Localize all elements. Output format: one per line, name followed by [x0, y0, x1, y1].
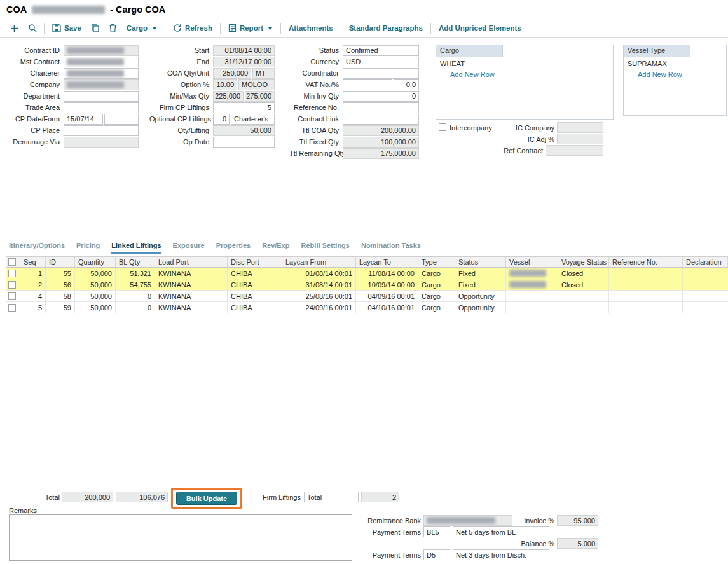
intercompany-checkbox[interactable] — [439, 123, 446, 131]
tab-pricing[interactable]: Pricing — [76, 242, 100, 254]
vessel-type-add-new-row-link[interactable]: Add New Row — [624, 68, 726, 78]
row-checkbox[interactable] — [8, 281, 16, 289]
lifting-bl-qty: 0 — [116, 291, 155, 301]
row-checkbox[interactable] — [8, 270, 16, 277]
col-laycan-to[interactable]: Laycan To — [356, 257, 418, 267]
vat-no-field[interactable] — [343, 79, 392, 90]
col-load-port[interactable]: Load Port — [155, 257, 228, 267]
tab-linked-liftings[interactable]: Linked Liftings — [111, 242, 161, 254]
remarks-label: Remarks — [9, 507, 37, 514]
mst-contract-field[interactable] — [64, 57, 139, 67]
reference-no-field[interactable] — [343, 102, 419, 113]
col-reference-no[interactable]: Reference No. — [609, 257, 683, 267]
lifting-reference-no — [609, 291, 683, 301]
ttl-fixed-qty-label: Ttl Fixed Qty — [289, 138, 343, 146]
cargo-add-new-row-link[interactable]: Add New Row — [436, 68, 613, 78]
search-button[interactable] — [24, 24, 41, 32]
option-basis-field: MOLOO — [238, 79, 275, 90]
lifting-row-4[interactable]: 5 59 50,000 0 KWINANA CHIBA 24/09/16 00:… — [6, 302, 728, 313]
col-voyage-status[interactable]: Voyage Status — [558, 257, 609, 267]
save-button[interactable]: Save — [47, 24, 86, 32]
ic-company-field — [557, 122, 603, 133]
col-vessel[interactable]: Vessel — [506, 257, 558, 267]
lifting-disc-port: CHIBA — [228, 291, 282, 301]
ref-contract-field — [546, 145, 603, 156]
lifting-row-2[interactable]: 2 56 50,000 54,755 KWINANA CHIBA 31/08/1… — [6, 279, 728, 291]
add-button[interactable] — [5, 24, 24, 33]
row-checkbox[interactable] — [8, 292, 16, 300]
col-declaration[interactable]: Declaration — [683, 257, 728, 267]
select-all-checkbox[interactable] — [8, 258, 16, 266]
op-date-field[interactable] — [213, 137, 275, 148]
refresh-icon — [173, 24, 182, 32]
lifting-row-1[interactable]: 1 55 50,000 51,321 KWINANA CHIBA 01/08/1… — [6, 268, 728, 279]
col-quantity[interactable]: Quantity — [75, 257, 116, 267]
report-menu-button[interactable]: Report — [223, 24, 278, 32]
coordinator-field[interactable] — [343, 68, 419, 79]
tab-itinerary-options[interactable]: Itinerary/Options — [9, 242, 65, 254]
add-unpriced-elements-button[interactable]: Add Unpriced Elements — [434, 24, 526, 32]
col-type[interactable]: Type — [418, 257, 455, 267]
cp-form-field[interactable] — [104, 114, 139, 125]
optional-cp-option-field[interactable]: Charterer's — [231, 114, 275, 125]
total-label: Total — [24, 493, 60, 501]
trade-area-field[interactable] — [64, 102, 139, 113]
lifting-quantity: 50,000 — [75, 302, 116, 313]
company-field — [64, 79, 139, 90]
col-disc-port[interactable]: Disc Port — [228, 257, 282, 267]
firm-cp-liftings-field[interactable]: 5 — [213, 102, 275, 113]
lifting-id: 55 — [46, 268, 75, 279]
remarks-input[interactable] — [9, 514, 352, 561]
standard-paragraphs-button[interactable]: Standard Paragraphs — [344, 24, 428, 32]
cp-date-field[interactable]: 15/07/14 — [64, 114, 103, 125]
vessel-type-row[interactable]: SUPRAMAX — [624, 57, 726, 68]
tab-nomination-tasks[interactable]: Nomination Tasks — [361, 242, 421, 254]
contract-id-field — [64, 45, 139, 56]
optional-cp-liftings-field[interactable]: 0 — [213, 114, 230, 125]
title-app: COA — [6, 4, 27, 15]
firm-cp-liftings-label: Firm CP Liftings — [149, 104, 213, 111]
copy-button[interactable] — [86, 24, 104, 32]
payment-terms-code-field[interactable]: BL5 — [423, 526, 450, 537]
delete-button[interactable] — [104, 24, 121, 32]
bulk-update-button[interactable]: Bulk Update — [176, 492, 237, 505]
status-field[interactable]: Confirmed — [343, 45, 419, 56]
cargo-row[interactable]: WHEAT — [436, 57, 613, 68]
department-field[interactable] — [64, 91, 139, 102]
contract-link-field[interactable] — [343, 114, 419, 125]
cargo-menu-button[interactable]: Cargo — [121, 24, 162, 32]
payment-terms2-code-field[interactable]: D5 — [423, 549, 450, 560]
lifting-declaration — [683, 279, 728, 290]
lifting-status: Fixed — [455, 279, 506, 290]
copy-icon — [91, 24, 100, 32]
col-bl-qty[interactable]: BL Qty — [116, 257, 155, 267]
col-status[interactable]: Status — [455, 257, 506, 267]
tab-bar: Itinerary/Options Pricing Linked Lifting… — [9, 242, 421, 254]
min-inv-qty-field[interactable]: 0 — [343, 91, 419, 102]
currency-field[interactable]: USD — [343, 57, 419, 67]
tab-rebill-settings[interactable]: Rebill Settings — [301, 242, 350, 254]
contract-id-label: Contract ID — [6, 46, 64, 54]
save-label: Save — [64, 24, 81, 32]
row-checkbox[interactable] — [8, 304, 16, 312]
col-laycan-from[interactable]: Laycan From — [282, 257, 356, 267]
tab-rev-exp[interactable]: Rev/Exp — [262, 242, 289, 254]
charterer-field[interactable] — [64, 68, 139, 79]
tab-properties[interactable]: Properties — [216, 242, 251, 254]
ttl-coa-qty-field: 200,000.00 — [343, 125, 419, 136]
max-qty-field: 275,000 — [245, 91, 275, 102]
lifting-row-3[interactable]: 4 58 50,000 0 KWINANA CHIBA 25/08/16 00:… — [6, 291, 728, 302]
coa-window: COA - Cargo COA Save Cargo Refresh — [0, 0, 728, 564]
vat-pct-field[interactable]: 0.0 — [394, 79, 419, 90]
tab-exposure[interactable]: Exposure — [173, 242, 205, 254]
firm-liftings-mode-field[interactable]: Total — [304, 492, 359, 502]
row-select-cell — [6, 302, 20, 313]
refresh-button[interactable]: Refresh — [168, 24, 217, 32]
payment-terms2-desc-field: Net 3 days from Disch. — [453, 549, 549, 560]
cp-place-field[interactable] — [64, 125, 139, 136]
col-seq[interactable]: Seq — [20, 257, 46, 267]
col-id[interactable]: ID — [46, 257, 75, 267]
attachments-button[interactable]: Attachments — [284, 24, 338, 32]
min-max-qty-label: Min/Max Qty — [149, 92, 213, 100]
lifting-declaration — [683, 302, 728, 313]
